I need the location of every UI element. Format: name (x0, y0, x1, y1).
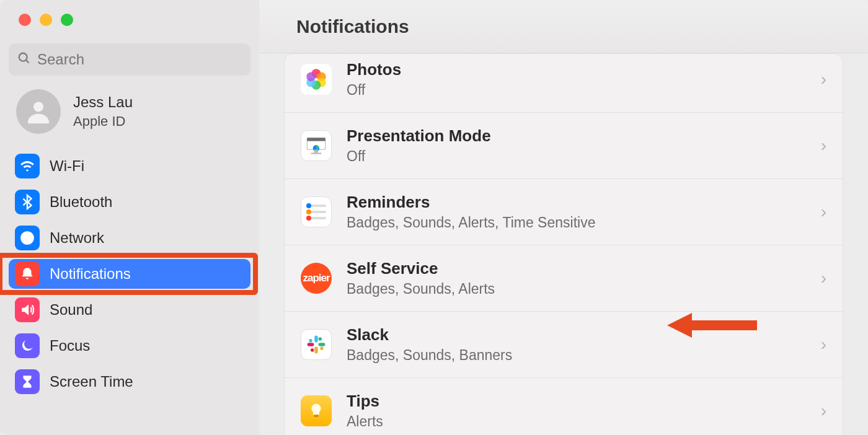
sidebar-list: Wi-Fi Bluetooth Network Notifications So… (0, 151, 259, 397)
settings-window: Jess Lau Apple ID Wi-Fi Bluetooth Networ… (0, 0, 868, 435)
search-input[interactable] (37, 51, 242, 68)
reminders-icon (301, 196, 332, 227)
app-row-self-service[interactable]: zapier Self Service Badges, Sounds, Aler… (285, 245, 843, 312)
svg-rect-11 (307, 138, 325, 141)
photos-icon (301, 64, 332, 95)
svg-point-20 (311, 348, 314, 351)
sidebar-item-network[interactable]: Network (9, 223, 250, 253)
main-pane: Notifications Photos Off › (259, 0, 868, 435)
sidebar-item-label: Bluetooth (50, 193, 112, 211)
sidebar-item-label: Notifications (50, 265, 131, 283)
search-icon (17, 51, 31, 68)
app-name: Reminders (347, 193, 806, 212)
svg-point-18 (319, 337, 322, 340)
content-area: Photos Off › Presentation Mode Off › (259, 53, 868, 435)
sidebar-item-label: Sound (50, 301, 92, 319)
wifi-icon (15, 154, 40, 178)
sidebar-item-label: Focus (50, 337, 90, 354)
svg-rect-15 (319, 343, 326, 346)
zapier-icon: zapier (301, 263, 332, 294)
bluetooth-icon (15, 190, 40, 214)
speaker-icon (15, 297, 40, 322)
sidebar-item-label: Network (50, 229, 104, 247)
sidebar-item-focus[interactable]: Focus (9, 331, 250, 361)
app-name: Tips (347, 392, 806, 411)
app-name: Slack (347, 325, 806, 345)
chevron-right-icon: › (821, 335, 826, 354)
close-window-button[interactable] (19, 14, 31, 26)
page-title: Notifications (296, 16, 409, 37)
sidebar-item-bluetooth[interactable]: Bluetooth (9, 187, 250, 217)
app-row-text: Presentation Mode Off (347, 126, 806, 165)
app-status: Badges, Sounds, Alerts (347, 281, 806, 297)
minimize-window-button[interactable] (40, 14, 52, 26)
account-row[interactable]: Jess Lau Apple ID (0, 89, 259, 151)
sidebar-item-notifications[interactable]: Notifications (9, 259, 250, 289)
tips-icon (301, 395, 332, 426)
app-row-photos[interactable]: Photos Off › (285, 54, 843, 113)
sidebar-item-sound[interactable]: Sound (9, 295, 250, 325)
svg-point-0 (19, 53, 27, 61)
chevron-right-icon: › (821, 401, 826, 421)
app-status: Off (347, 148, 806, 165)
app-row-text: Reminders Badges, Sounds, Alerts, Time S… (347, 193, 806, 231)
app-name: Self Service (347, 259, 806, 278)
hourglass-icon (15, 369, 40, 394)
bell-icon (15, 261, 40, 286)
app-status: Badges, Sounds, Banners (347, 347, 806, 364)
presentation-icon (301, 130, 332, 161)
chevron-right-icon: › (821, 136, 826, 156)
sidebar-item-label: Wi-Fi (50, 157, 84, 175)
svg-point-9 (306, 72, 316, 81)
account-name: Jess Lau (73, 94, 133, 111)
svg-point-19 (320, 347, 323, 350)
svg-point-2 (33, 102, 43, 112)
sidebar-item-label: Screen Time (50, 373, 133, 390)
chevron-right-icon: › (821, 69, 826, 89)
chevron-right-icon: › (821, 202, 826, 222)
svg-rect-13 (311, 153, 322, 154)
titlebar: Notifications (259, 0, 868, 53)
app-row-text: Slack Badges, Sounds, Banners (347, 325, 806, 364)
sidebar: Jess Lau Apple ID Wi-Fi Bluetooth Networ… (0, 0, 259, 435)
svg-rect-22 (314, 415, 319, 417)
app-status: Off (347, 82, 806, 99)
svg-line-1 (26, 60, 29, 63)
account-text: Jess Lau Apple ID (73, 94, 133, 130)
zapier-label: zapier (303, 272, 329, 284)
app-row-tips[interactable]: Tips Alerts › (285, 378, 843, 435)
app-notifications-panel: Photos Off › Presentation Mode Off › (284, 53, 843, 435)
moon-icon (15, 333, 40, 358)
window-controls (0, 14, 259, 26)
globe-icon (15, 226, 40, 250)
app-row-text: Tips Alerts (347, 392, 806, 430)
svg-point-21 (309, 339, 312, 342)
app-row-text: Self Service Badges, Sounds, Alerts (347, 259, 806, 297)
account-sub: Apple ID (73, 113, 133, 130)
app-name: Presentation Mode (347, 126, 806, 146)
fullscreen-window-button[interactable] (61, 14, 73, 26)
sidebar-item-wifi[interactable]: Wi-Fi (9, 151, 250, 181)
app-row-slack[interactable]: Slack Badges, Sounds, Banners › (285, 312, 843, 378)
app-row-text: Photos Off (347, 60, 806, 99)
svg-rect-12 (314, 149, 318, 152)
chevron-right-icon: › (821, 268, 826, 288)
app-row-reminders[interactable]: Reminders Badges, Sounds, Alerts, Time S… (285, 179, 843, 245)
slack-icon (301, 329, 332, 360)
svg-rect-17 (308, 343, 314, 346)
app-row-presentation-mode[interactable]: Presentation Mode Off › (285, 113, 843, 179)
app-name: Photos (347, 60, 806, 79)
svg-rect-16 (314, 347, 317, 354)
app-status: Alerts (347, 413, 806, 430)
search-container (0, 43, 259, 89)
svg-rect-14 (314, 336, 317, 343)
avatar (16, 89, 61, 134)
app-status: Badges, Sounds, Alerts, Time Sensitive (347, 214, 806, 231)
search-field[interactable] (9, 43, 250, 76)
sidebar-item-screen-time[interactable]: Screen Time (9, 367, 250, 397)
